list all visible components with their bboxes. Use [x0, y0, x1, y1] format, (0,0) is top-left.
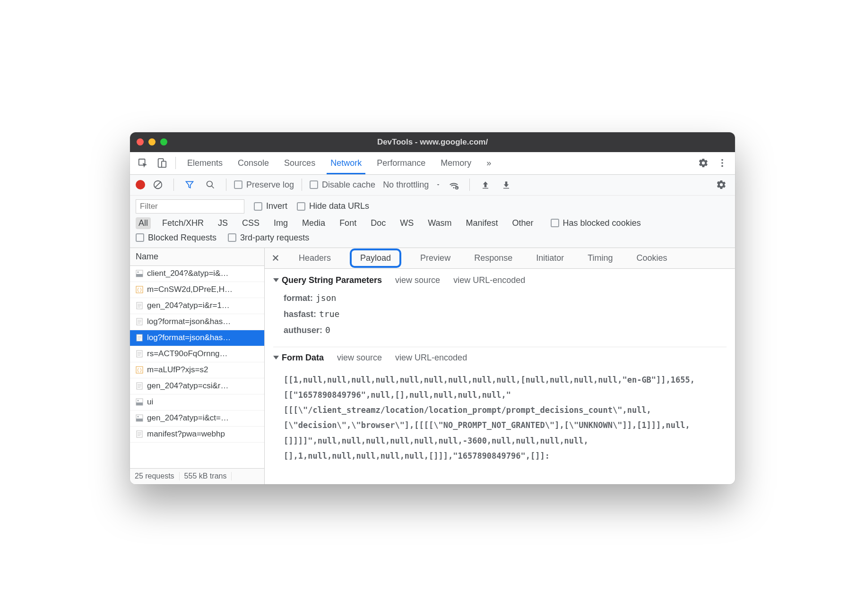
request-row[interactable]: rs=ACT90oFqOrnng…	[130, 346, 264, 362]
main-toolbar: Elements Console Sources Network Perform…	[130, 152, 735, 175]
tab-elements[interactable]: Elements	[186, 153, 224, 174]
script-file-icon: ⟨⟩	[136, 286, 143, 293]
detail-tab-cookies[interactable]: Cookies	[632, 250, 672, 266]
invert-checkbox[interactable]: Invert	[254, 201, 287, 211]
doc-file-icon	[136, 302, 143, 309]
svg-rect-45	[136, 419, 143, 421]
type-img[interactable]: Img	[271, 217, 291, 229]
type-ws[interactable]: WS	[397, 217, 416, 229]
search-icon[interactable]	[202, 177, 218, 193]
request-row[interactable]: log?format=json&has…	[130, 314, 264, 330]
tab-memory[interactable]: Memory	[440, 153, 472, 174]
qsp-key: hasfast:	[284, 309, 316, 319]
form-view-encoded[interactable]: view URL-encoded	[395, 353, 467, 363]
preserve-log-checkbox[interactable]: Preserve log	[234, 180, 294, 190]
detail-tab-preview[interactable]: Preview	[415, 250, 455, 266]
form-view-source[interactable]: view source	[337, 353, 382, 363]
invert-label: Invert	[266, 201, 287, 211]
request-row[interactable]: gen_204?atyp=i&r=1…	[130, 298, 264, 314]
type-js[interactable]: JS	[215, 217, 231, 229]
throttling-select[interactable]: No throttling	[383, 180, 441, 190]
qsp-param: authuser:0	[273, 322, 727, 338]
name-column-header[interactable]: Name	[130, 248, 264, 266]
blocked-requests-checkbox[interactable]: Blocked Requests	[136, 233, 216, 243]
svg-point-5	[721, 165, 723, 167]
type-fetch-xhr[interactable]: Fetch/XHR	[159, 217, 207, 229]
svg-line-7	[155, 182, 161, 188]
doc-file-icon	[136, 350, 143, 358]
svg-point-4	[721, 162, 723, 164]
type-doc[interactable]: Doc	[368, 217, 389, 229]
image-file-icon	[136, 270, 143, 277]
qsp-param: format:json	[273, 290, 727, 306]
blocked-requests-label: Blocked Requests	[148, 233, 216, 243]
type-font[interactable]: Font	[337, 217, 359, 229]
hide-data-urls-label: Hide data URLs	[309, 201, 369, 211]
request-row[interactable]: ⟨⟩m=CnSW2d,DPreE,H…	[130, 282, 264, 298]
filter-input[interactable]	[136, 199, 244, 214]
form-toggle[interactable]: Form Data	[273, 353, 324, 363]
request-row[interactable]: gen_204?atyp=i&ct=…	[130, 411, 264, 427]
close-detail-icon[interactable]	[271, 254, 280, 262]
type-all[interactable]: All	[136, 217, 151, 229]
doc-file-icon	[136, 334, 143, 342]
detail-body: Query String Parameters view source view…	[265, 269, 735, 471]
tab-performance[interactable]: Performance	[376, 153, 426, 174]
hide-data-urls-checkbox[interactable]: Hide data URLs	[297, 201, 369, 211]
detail-tab-response[interactable]: Response	[469, 250, 517, 266]
status-bar: 25 requests 555 kB trans	[130, 468, 264, 484]
kebab-menu-icon[interactable]	[714, 155, 730, 171]
request-row[interactable]: manifest?pwa=webhp	[130, 427, 264, 443]
upload-har-icon[interactable]	[477, 177, 493, 193]
request-row[interactable]: ⟨⟩m=aLUfP?xjs=s2	[130, 362, 264, 378]
toolbar-divider	[173, 179, 174, 191]
tab-console[interactable]: Console	[237, 153, 270, 174]
disable-cache-checkbox[interactable]: Disable cache	[310, 180, 375, 190]
type-wasm[interactable]: Wasm	[425, 217, 454, 229]
clear-icon[interactable]	[150, 177, 166, 193]
type-manifest[interactable]: Manifest	[463, 217, 501, 229]
more-tabs-button[interactable]: »	[485, 153, 492, 174]
form-section-header: Form Data view source view URL-encoded	[273, 353, 727, 363]
type-css[interactable]: CSS	[239, 217, 262, 229]
detail-tab-initiator[interactable]: Initiator	[531, 250, 569, 266]
svg-rect-42	[136, 402, 143, 405]
network-toolbar: Preserve log Disable cache No throttling	[130, 175, 735, 196]
chevron-down-icon	[435, 182, 441, 188]
type-media[interactable]: Media	[299, 217, 328, 229]
qsp-toggle[interactable]: Query String Parameters	[273, 275, 382, 285]
third-party-checkbox[interactable]: 3rd-party requests	[228, 233, 309, 243]
request-row[interactable]: client_204?&atyp=i&…	[130, 266, 264, 282]
record-button[interactable]	[136, 180, 145, 189]
filter-funnel-icon[interactable]	[182, 177, 198, 193]
maximize-window-button[interactable]	[160, 138, 167, 145]
disable-cache-label: Disable cache	[322, 180, 375, 190]
request-row[interactable]: gen_204?atyp=csi&r…	[130, 378, 264, 394]
tab-sources[interactable]: Sources	[283, 153, 316, 174]
settings-gear-icon[interactable]	[695, 155, 711, 171]
network-settings-gear-icon[interactable]	[713, 177, 729, 193]
request-row[interactable]: log?format=json&has…	[130, 330, 264, 346]
inspect-element-icon[interactable]	[135, 155, 151, 171]
svg-point-43	[138, 400, 139, 402]
download-har-icon[interactable]	[498, 177, 514, 193]
svg-point-46	[138, 416, 139, 418]
panel-tabs: Elements Console Sources Network Perform…	[182, 153, 692, 174]
svg-point-16	[138, 272, 139, 273]
qsp-view-encoded[interactable]: view URL-encoded	[453, 275, 525, 285]
device-toolbar-icon[interactable]	[154, 155, 170, 171]
doc-file-icon	[136, 430, 143, 438]
has-blocked-cookies-checkbox[interactable]: Has blocked cookies	[551, 218, 641, 228]
type-other[interactable]: Other	[510, 217, 536, 229]
request-row[interactable]: ui	[130, 394, 264, 411]
close-window-button[interactable]	[137, 138, 144, 145]
qsp-key: format:	[284, 293, 313, 303]
network-conditions-icon[interactable]	[446, 177, 462, 193]
detail-tab-headers[interactable]: Headers	[294, 250, 336, 266]
detail-tab-timing[interactable]: Timing	[583, 250, 617, 266]
minimize-window-button[interactable]	[148, 138, 156, 145]
tab-network[interactable]: Network	[329, 153, 363, 174]
qsp-view-source[interactable]: view source	[395, 275, 440, 285]
detail-tab-payload[interactable]: Payload	[350, 248, 401, 268]
request-list: client_204?&atyp=i&…⟨⟩m=CnSW2d,DPreE,H…g…	[130, 266, 264, 468]
